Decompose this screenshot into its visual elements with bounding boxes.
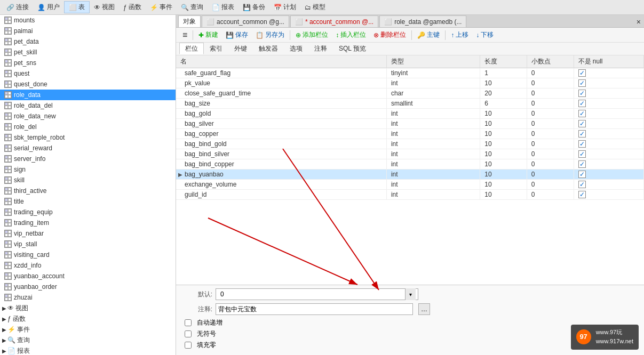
sidebar-item-sign[interactable]: sign [0,164,176,175]
notnull-checkbox[interactable]: ✓ [578,130,586,138]
table-row[interactable]: pk_valueint100✓ [176,78,644,88]
btn-primarykey[interactable]: 🔑 主键 [414,29,443,41]
sidebar-item-title[interactable]: title [0,196,176,207]
comment-input[interactable]: 背包中元宝数 [216,303,413,315]
table-row[interactable]: bag_sizesmallint60✓ [176,99,644,109]
btn-addcol[interactable]: ⊕ 添加栏位 [292,29,331,41]
sidebar-section-视图[interactable]: ▶👁视图 [0,303,176,313]
table-row[interactable]: safe_guard_flagtinyint10✓ [176,68,644,78]
sidebar-item-serial_reward[interactable]: serial_reward [0,143,176,154]
tab-object[interactable]: 对象 [178,15,201,27]
toolbar-event[interactable]: ⚡ 事件 [146,2,177,13]
table-row[interactable]: exchange_volumeint100✓ [176,180,644,190]
notnull-checkbox[interactable]: ✓ [578,150,586,158]
table-row[interactable]: guild_idint100✓ [176,190,644,200]
sub-tab-外键[interactable]: 外键 [228,43,253,54]
table-row[interactable]: bag_yuanbaoint100✓ [176,170,644,180]
toolbar-table[interactable]: ⬜ 表 [64,1,90,13]
sidebar-item-visiting_card[interactable]: visiting_card [0,249,176,260]
notnull-checkbox[interactable]: ✓ [578,171,586,178]
btn-new[interactable]: ✚ 新建 [195,29,221,41]
sidebar-item-pet_data[interactable]: pet_data [0,36,176,47]
btn-saveas[interactable]: 📋 另存为 [252,29,288,41]
toolbar-user[interactable]: 👤 用户 [33,2,64,13]
notnull-checkbox[interactable]: ✓ [578,79,586,87]
sidebar-item-role_del[interactable]: role_del [0,122,176,132]
tab-account-common-1[interactable]: ⬜ account_common @g... [202,15,289,27]
sidebar-item-sbk_temple_robot[interactable]: sbk_temple_robot [0,132,176,143]
sidebar-item-vip_netbar[interactable]: vip_netbar [0,228,176,239]
sub-tab-索引[interactable]: 索引 [204,43,228,54]
toolbar-backup[interactable]: 💾 备份 [238,2,269,13]
hamburger-menu[interactable]: ≡ [179,29,190,41]
sidebar-section-查询[interactable]: ▶🔍查询 [0,335,176,345]
comment-dots-btn[interactable]: … [418,303,430,315]
sidebar-item-pet_sns[interactable]: pet_sns [0,58,176,68]
sidebar-item-role_data_new[interactable]: role_data_new [0,111,176,122]
sidebar-item-role_data[interactable]: role_data [0,90,176,100]
sidebar-item-trading_item[interactable]: trading_item [0,217,176,228]
sidebar-item-third_active[interactable]: third_active [0,185,176,196]
sidebar-item-label: vip_stall [14,240,37,248]
default-value[interactable]: 0 [218,291,405,298]
sidebar-item-xzdd_info[interactable]: xzdd_info [0,260,176,271]
unsigned-checkbox[interactable] [185,330,192,337]
sidebar-section-事件[interactable]: ▶⚡事件 [0,324,176,335]
sub-tab-选项[interactable]: 选项 [284,43,308,54]
zerofill-checkbox[interactable] [185,342,192,349]
sidebar-item-trading_equip[interactable]: trading_equip [0,207,176,217]
notnull-checkbox[interactable]: ✓ [578,69,586,77]
toolbar-connect[interactable]: 🔗 连接 [2,2,33,13]
sidebar-item-role_data_del[interactable]: role_data_del [0,100,176,111]
sidebar-item-vip_stall[interactable]: vip_stall [0,239,176,249]
table-row[interactable]: bag_silverint100✓ [176,119,644,129]
toolbar-report[interactable]: 📄 报表 [208,2,238,13]
toolbar-model[interactable]: 🗂 模型 [300,2,330,13]
tab-close-btn[interactable]: × [633,17,644,27]
table-row[interactable]: bag_goldint100✓ [176,109,644,119]
sub-tab-栏位[interactable]: 栏位 [179,43,204,54]
toolbar-query[interactable]: 🔍 查询 [177,2,208,13]
notnull-checkbox[interactable]: ✓ [578,191,586,198]
btn-moveup[interactable]: ↑ 上移 [448,29,472,41]
btn-insertcol[interactable]: ↕ 插入栏位 [332,29,369,41]
btn-movedown[interactable]: ↓ 下移 [473,29,497,41]
default-dropdown-btn[interactable]: ▾ [405,288,416,300]
btn-save[interactable]: 💾 保存 [222,29,251,41]
notnull-checkbox[interactable]: ✓ [578,160,586,168]
sidebar-item-zhuzai[interactable]: zhuzai [0,292,176,303]
tab-account-common-2[interactable]: ⬜ * account_common @... [290,15,378,27]
sub-tab-SQL 预览[interactable]: SQL 预览 [333,43,372,54]
sidebar-item-server_info[interactable]: server_info [0,154,176,164]
toolbar-function[interactable]: ƒ 函数 [119,2,146,13]
sidebar-item-yuanbao_order[interactable]: yuanbao_order [0,281,176,292]
notnull-checkbox[interactable]: ✓ [578,120,586,127]
sub-tab-触发器[interactable]: 触发器 [253,43,284,54]
sidebar-item-mounts[interactable]: mounts [0,15,176,26]
sidebar-item-paimai[interactable]: paimai [0,26,176,36]
notnull-checkbox[interactable]: ✓ [578,110,586,117]
sidebar-item-yuanbao_account[interactable]: yuanbao_account [0,271,176,281]
toolbar-schedule[interactable]: 📅 计划 [269,2,300,13]
table-row[interactable]: bag_bind_goldint100✓ [176,139,644,149]
notnull-checkbox[interactable]: ✓ [578,100,586,107]
notnull-checkbox[interactable]: ✓ [578,181,586,188]
notnull-checkbox[interactable]: ✓ [578,140,586,148]
btn-deletecol[interactable]: ⊗ 删除栏位 [370,29,409,41]
sidebar-item-pet_skill[interactable]: pet_skill [0,47,176,58]
sub-tab-注释[interactable]: 注释 [308,43,333,54]
sidebar-item-quest_done[interactable]: quest_done [0,79,176,90]
table-row[interactable]: bag_copperint100✓ [176,129,644,139]
cell-type: int [386,159,480,170]
notnull-checkbox[interactable]: ✓ [578,90,586,97]
tab-role-data[interactable]: ⬜ role_data @gamedb (... [379,15,466,27]
sidebar-item-quest[interactable]: quest [0,68,176,79]
sidebar-section-函数[interactable]: ▶ƒ函数 [0,313,176,324]
table-row[interactable]: bag_bind_copperint100✓ [176,159,644,170]
sidebar-item-skill[interactable]: skill [0,175,176,185]
toolbar-view[interactable]: 👁 视图 [90,2,119,13]
table-row[interactable]: close_safe_guard_timechar200✓ [176,88,644,99]
auto-increment-checkbox[interactable] [185,319,192,326]
table-row[interactable]: bag_bind_silverint100✓ [176,149,644,159]
sidebar-section-报表[interactable]: ▶📄报表 [0,345,176,355]
